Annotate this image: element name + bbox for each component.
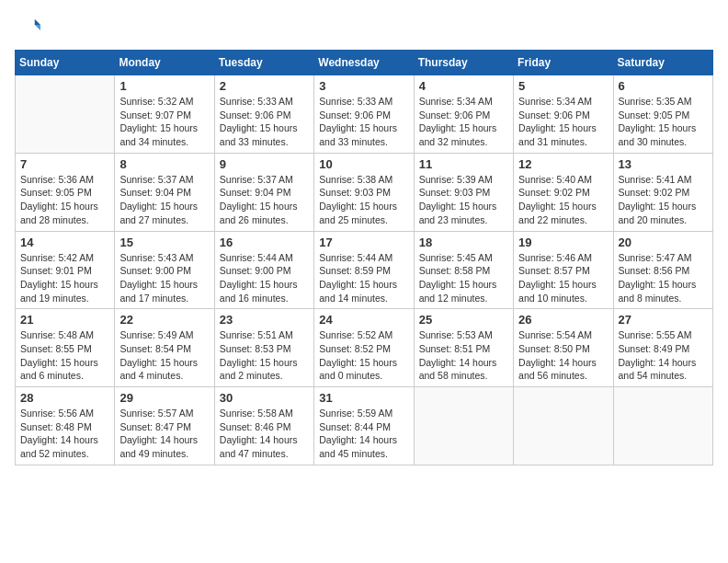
day-info: Sunrise: 5:56 AM Sunset: 8:48 PM Dayligh… — [20, 407, 109, 461]
day-cell: 21Sunrise: 5:48 AM Sunset: 8:55 PM Dayli… — [16, 309, 115, 387]
day-info: Sunrise: 5:37 AM Sunset: 9:04 PM Dayligh… — [119, 173, 209, 227]
day-number: 1 — [119, 79, 209, 93]
day-number: 26 — [518, 313, 608, 327]
weekday-saturday: Saturday — [613, 51, 712, 75]
day-number: 28 — [20, 391, 109, 405]
day-cell: 27Sunrise: 5:55 AM Sunset: 8:49 PM Dayli… — [613, 309, 712, 387]
day-cell: 6Sunrise: 5:35 AM Sunset: 9:05 PM Daylig… — [613, 75, 712, 154]
day-info: Sunrise: 5:32 AM Sunset: 9:07 PM Dayligh… — [119, 95, 209, 149]
day-info: Sunrise: 5:40 AM Sunset: 9:02 PM Dayligh… — [518, 173, 608, 227]
day-number: 4 — [419, 79, 508, 93]
day-cell: 10Sunrise: 5:38 AM Sunset: 9:03 PM Dayli… — [314, 153, 414, 231]
day-info: Sunrise: 5:34 AM Sunset: 9:06 PM Dayligh… — [419, 95, 508, 149]
day-info: Sunrise: 5:39 AM Sunset: 9:03 PM Dayligh… — [419, 173, 508, 227]
day-cell: 7Sunrise: 5:36 AM Sunset: 9:05 PM Daylig… — [16, 153, 115, 231]
day-cell — [414, 387, 513, 465]
day-info: Sunrise: 5:43 AM Sunset: 9:00 PM Dayligh… — [119, 251, 209, 305]
day-number: 18 — [419, 236, 508, 249]
day-cell: 5Sunrise: 5:34 AM Sunset: 9:06 PM Daylig… — [514, 75, 613, 154]
day-number: 24 — [319, 313, 408, 327]
day-info: Sunrise: 5:41 AM Sunset: 9:02 PM Dayligh… — [619, 173, 708, 227]
day-number: 31 — [319, 391, 408, 405]
day-info: Sunrise: 5:54 AM Sunset: 8:50 PM Dayligh… — [518, 328, 608, 383]
day-info: Sunrise: 5:46 AM Sunset: 8:57 PM Dayligh… — [518, 251, 608, 305]
svg-marker-1 — [35, 25, 40, 30]
day-number: 30 — [220, 391, 309, 405]
day-cell: 8Sunrise: 5:37 AM Sunset: 9:04 PM Daylig… — [115, 153, 214, 231]
day-number: 23 — [220, 313, 309, 327]
day-info: Sunrise: 5:59 AM Sunset: 8:44 PM Dayligh… — [319, 407, 408, 461]
day-cell: 12Sunrise: 5:40 AM Sunset: 9:02 PM Dayli… — [514, 153, 613, 231]
day-cell: 24Sunrise: 5:52 AM Sunset: 8:52 PM Dayli… — [314, 309, 414, 387]
week-row-3: 14Sunrise: 5:42 AM Sunset: 9:01 PM Dayli… — [16, 231, 713, 309]
day-info: Sunrise: 5:49 AM Sunset: 8:54 PM Dayligh… — [119, 328, 209, 383]
weekday-header-row: SundayMondayTuesdayWednesdayThursdayFrid… — [16, 51, 713, 75]
day-info: Sunrise: 5:44 AM Sunset: 9:00 PM Dayligh… — [220, 251, 309, 305]
day-cell: 17Sunrise: 5:44 AM Sunset: 8:59 PM Dayli… — [314, 231, 414, 309]
week-row-5: 28Sunrise: 5:56 AM Sunset: 8:48 PM Dayli… — [16, 387, 713, 465]
day-number: 29 — [119, 391, 209, 405]
day-info: Sunrise: 5:44 AM Sunset: 8:59 PM Dayligh… — [319, 251, 408, 305]
day-cell — [514, 387, 613, 465]
calendar-header: SundayMondayTuesdayWednesdayThursdayFrid… — [16, 51, 713, 75]
day-info: Sunrise: 5:47 AM Sunset: 8:56 PM Dayligh… — [619, 251, 708, 305]
day-cell: 13Sunrise: 5:41 AM Sunset: 9:02 PM Dayli… — [613, 153, 712, 231]
calendar: SundayMondayTuesdayWednesdayThursdayFrid… — [15, 50, 713, 465]
day-number: 3 — [319, 79, 408, 93]
day-info: Sunrise: 5:38 AM Sunset: 9:03 PM Dayligh… — [319, 173, 408, 227]
day-cell: 29Sunrise: 5:57 AM Sunset: 8:47 PM Dayli… — [115, 387, 214, 465]
day-info: Sunrise: 5:42 AM Sunset: 9:01 PM Dayligh… — [20, 251, 109, 305]
day-cell: 31Sunrise: 5:59 AM Sunset: 8:44 PM Dayli… — [314, 387, 414, 465]
day-number: 8 — [119, 157, 209, 171]
day-info: Sunrise: 5:36 AM Sunset: 9:05 PM Dayligh… — [20, 173, 109, 227]
day-number: 12 — [518, 157, 608, 171]
day-info: Sunrise: 5:52 AM Sunset: 8:52 PM Dayligh… — [319, 328, 408, 383]
day-number: 10 — [319, 157, 408, 171]
day-cell: 4Sunrise: 5:34 AM Sunset: 9:06 PM Daylig… — [414, 75, 513, 154]
day-cell: 28Sunrise: 5:56 AM Sunset: 8:48 PM Dayli… — [16, 387, 115, 465]
day-number: 9 — [220, 157, 309, 171]
day-number: 25 — [419, 313, 508, 327]
day-number: 19 — [518, 236, 608, 249]
day-info: Sunrise: 5:35 AM Sunset: 9:05 PM Dayligh… — [619, 95, 708, 149]
day-cell: 2Sunrise: 5:33 AM Sunset: 9:06 PM Daylig… — [214, 75, 313, 154]
day-cell: 26Sunrise: 5:54 AM Sunset: 8:50 PM Dayli… — [514, 309, 613, 387]
svg-marker-0 — [35, 19, 40, 25]
day-number: 13 — [619, 157, 708, 171]
week-row-4: 21Sunrise: 5:48 AM Sunset: 8:55 PM Dayli… — [16, 309, 713, 387]
day-cell: 16Sunrise: 5:44 AM Sunset: 9:00 PM Dayli… — [214, 231, 313, 309]
logo-icon — [15, 15, 40, 40]
day-cell: 25Sunrise: 5:53 AM Sunset: 8:51 PM Dayli… — [414, 309, 513, 387]
weekday-thursday: Thursday — [414, 51, 513, 75]
day-number: 21 — [20, 313, 109, 327]
weekday-friday: Friday — [514, 51, 613, 75]
day-cell: 22Sunrise: 5:49 AM Sunset: 8:54 PM Dayli… — [115, 309, 214, 387]
day-number: 7 — [20, 157, 109, 171]
day-info: Sunrise: 5:53 AM Sunset: 8:51 PM Dayligh… — [419, 328, 508, 383]
day-cell: 19Sunrise: 5:46 AM Sunset: 8:57 PM Dayli… — [514, 231, 613, 309]
day-cell: 20Sunrise: 5:47 AM Sunset: 8:56 PM Dayli… — [613, 231, 712, 309]
weekday-monday: Monday — [115, 51, 214, 75]
day-cell: 30Sunrise: 5:58 AM Sunset: 8:46 PM Dayli… — [214, 387, 313, 465]
day-info: Sunrise: 5:51 AM Sunset: 8:53 PM Dayligh… — [220, 328, 309, 383]
day-cell: 14Sunrise: 5:42 AM Sunset: 9:01 PM Dayli… — [16, 231, 115, 309]
day-number: 16 — [220, 236, 309, 249]
day-cell — [613, 387, 712, 465]
day-number: 27 — [619, 313, 708, 327]
day-number: 15 — [119, 236, 209, 249]
day-number: 20 — [619, 236, 708, 249]
weekday-tuesday: Tuesday — [214, 51, 313, 75]
day-cell — [16, 75, 115, 154]
day-info: Sunrise: 5:37 AM Sunset: 9:04 PM Dayligh… — [220, 173, 309, 227]
week-row-1: 1Sunrise: 5:32 AM Sunset: 9:07 PM Daylig… — [16, 75, 713, 154]
day-info: Sunrise: 5:33 AM Sunset: 9:06 PM Dayligh… — [220, 95, 309, 149]
day-number: 5 — [518, 79, 608, 93]
day-info: Sunrise: 5:48 AM Sunset: 8:55 PM Dayligh… — [20, 328, 109, 383]
weekday-sunday: Sunday — [16, 51, 115, 75]
day-cell: 15Sunrise: 5:43 AM Sunset: 9:00 PM Dayli… — [115, 231, 214, 309]
day-cell: 9Sunrise: 5:37 AM Sunset: 9:04 PM Daylig… — [214, 153, 313, 231]
logo — [15, 15, 44, 40]
day-info: Sunrise: 5:55 AM Sunset: 8:49 PM Dayligh… — [619, 328, 708, 383]
day-info: Sunrise: 5:57 AM Sunset: 8:47 PM Dayligh… — [119, 407, 209, 461]
calendar-body: 1Sunrise: 5:32 AM Sunset: 9:07 PM Daylig… — [16, 75, 713, 465]
